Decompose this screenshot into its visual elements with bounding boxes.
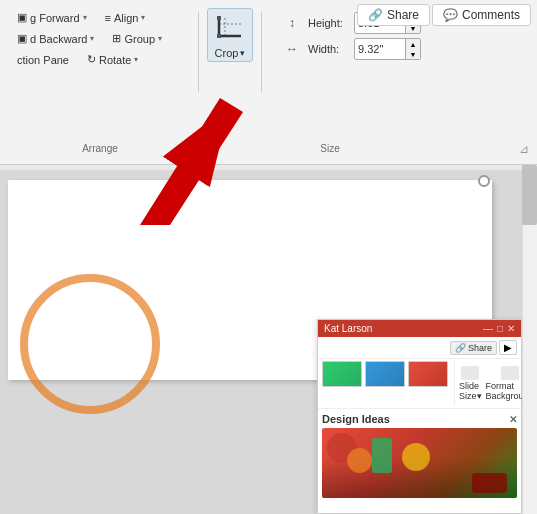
selection-pane-label: ction Pane [17,54,69,66]
resize-handle: ⊿ [519,142,529,156]
design-ideas-close-btn[interactable]: ✕ [509,414,517,425]
width-input[interactable] [355,42,405,56]
panel-share-icon: 🔗 [455,343,466,353]
height-label: Height: [308,17,348,29]
scrollbar-thumb[interactable] [522,165,537,225]
slide-thumbnail-3[interactable] [408,361,448,387]
format-bg-icon [501,366,519,380]
design-ideas-title-text: Design Ideas [322,413,390,425]
align-button[interactable]: ≡ Align ▾ [98,9,153,27]
crop-section[interactable]: Crop ▾ [207,8,253,62]
crop-label-row: Crop ▾ [215,47,246,59]
bring-forward-label: g Forward [30,12,80,24]
slide-thumbnail-2[interactable] [365,361,405,387]
width-spinner: ▲ ▼ [405,39,420,59]
slide-thumbnails [322,361,448,403]
arrange-section: ▣ g Forward ▾ ≡ Align ▾ ▣ d Backward ▾ [10,8,190,69]
comments-icon: 💬 [443,8,458,22]
width-icon: ↔ [282,42,302,56]
send-backward-dropdown: ▾ [90,34,94,43]
width-input-wrap: ▲ ▼ [354,38,421,60]
crop-icon [212,11,248,47]
panel-share-button[interactable]: 🔗 Share [450,341,497,355]
comments-button[interactable]: 💬 Comments [432,4,531,26]
slide-thumbnail-1[interactable] [322,361,362,387]
design-panel-ribbon: SlideSize▾ FormatBackground Des-ignerIde… [318,359,521,409]
selection-pane-button[interactable]: ction Pane [10,51,76,69]
group-icon: ⊞ [112,32,121,45]
send-backward-button[interactable]: ▣ d Backward ▾ [10,29,101,48]
ribbon-row-2: ▣ d Backward ▾ ⊞ Group ▾ [10,29,182,48]
width-label: Width: [308,43,348,55]
group-label: Group [124,33,155,45]
bring-forward-button[interactable]: ▣ g Forward ▾ [10,8,94,27]
share-icon: 🔗 [368,8,383,22]
design-panel-user: Kat Larson [324,323,372,334]
arrange-section-label: Arrange [10,143,190,154]
share-button[interactable]: 🔗 Share [357,4,430,26]
panel-minimize-btn[interactable]: — [483,323,493,334]
align-label: Align [114,12,138,24]
bring-forward-icon: ▣ [17,11,27,24]
width-spin-down[interactable]: ▼ [406,49,420,59]
width-row: ↔ Width: ▲ ▼ [282,38,421,60]
panel-restore-btn[interactable]: □ [497,323,503,334]
slide-size-label: SlideSize▾ [459,381,482,401]
panel-share-label: Share [468,343,492,353]
panel-present-icon: ▶ [499,340,517,355]
bring-forward-dropdown: ▾ [83,13,87,22]
ribbon: 🔗 Share 💬 Comments ▣ g Forward ▾ ≡ Align… [0,0,537,165]
ribbon-row-3: ction Pane ↻ Rotate ▾ [10,50,182,69]
design-panel-body: Design Ideas ✕ [318,409,521,502]
design-ideas-title-row: Design Ideas ✕ [322,413,517,425]
width-spin-up[interactable]: ▲ [406,39,420,49]
crop-dropdown-arrow[interactable]: ▾ [240,48,245,58]
format-bg-label: FormatBackground [486,381,522,401]
height-icon: ↕ [282,16,302,30]
design-panel-header: Kat Larson — □ ✕ [318,320,521,337]
panel-format-bg-btn[interactable]: FormatBackground [486,366,522,401]
send-backward-icon: ▣ [17,32,27,45]
group-dropdown: ▾ [158,34,162,43]
share-label: Share [387,8,419,22]
top-buttons-area: 🔗 Share 💬 Comments [351,0,537,30]
panel-slide-size-btn[interactable]: SlideSize▾ [459,366,482,401]
rotate-button[interactable]: ↻ Rotate ▾ [80,50,145,69]
panel-close-btn[interactable]: ✕ [507,323,515,334]
rotate-dropdown: ▾ [134,55,138,64]
rotate-icon: ↻ [87,53,96,66]
orange-circle-decoration [20,274,160,414]
rotate-label: Rotate [99,54,131,66]
svg-rect-5 [217,34,221,38]
svg-rect-4 [217,16,221,20]
design-panel-toolbar: 🔗 Share ▶ [318,337,521,359]
size-section-label: Size [250,143,410,154]
resize-corner-handle[interactable] [478,175,490,187]
align-icon: ≡ [105,12,111,24]
comments-label: Comments [462,8,520,22]
section-labels-row: Arrange Size [0,143,537,154]
crop-text: Crop [215,47,239,59]
design-panel-window-controls: — □ ✕ [483,323,515,334]
group-button[interactable]: ⊞ Group ▾ [105,29,169,48]
ribbon-divider-1 [198,12,199,92]
design-ideas-panel: Kat Larson — □ ✕ 🔗 Share ▶ [317,319,522,514]
design-image-preview[interactable] [322,428,517,498]
ribbon-divider-2 [261,12,262,92]
send-backward-label: d Backward [30,33,87,45]
main-content: Kat Larson — □ ✕ 🔗 Share ▶ [0,165,522,514]
slide-size-icon [461,366,479,380]
align-dropdown: ▾ [141,13,145,22]
ribbon-row-1: ▣ g Forward ▾ ≡ Align ▾ [10,8,182,27]
